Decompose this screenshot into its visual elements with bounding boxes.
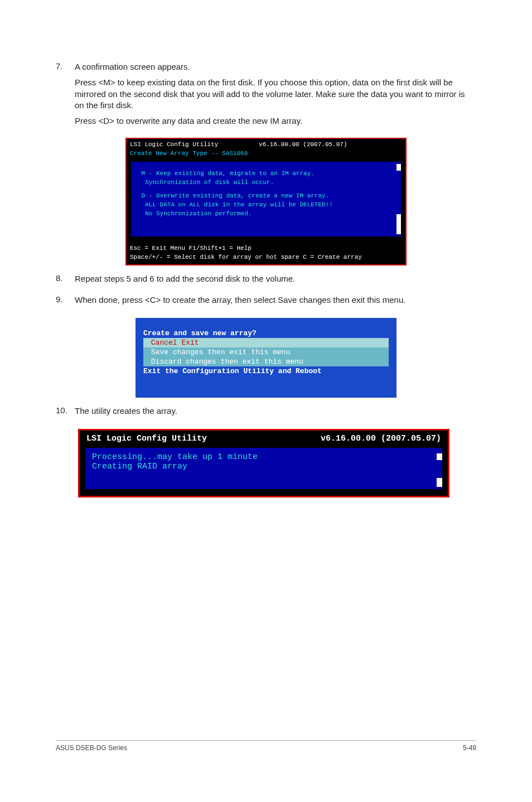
step-number: 9. [56, 294, 75, 310]
step-text: The utility creates the array. [75, 405, 476, 417]
option-m: M - Keep existing data, migrate to an IM… [138, 170, 394, 187]
option-text: Synchronization of disk will occur. [142, 179, 274, 186]
step-number: 8. [56, 273, 75, 289]
option-text: No Synchronization performed. [142, 210, 252, 217]
terminal-title: LSI Logic Config Utility v6.16.00.00 (20… [80, 431, 448, 447]
step-number: 7. [56, 61, 75, 131]
footer-page-number: 5-49 [463, 744, 476, 752]
menu-exit: Exit the Configuration Utility and Reboo… [143, 367, 389, 375]
processing-line: Processing...may take up 1 minute [92, 452, 436, 462]
scrollbar-indicator [437, 453, 442, 460]
step-paragraph: Press <M> to keep existing data on the f… [75, 77, 476, 111]
step-body: Repeat steps 5 and 6 to add the second d… [75, 273, 476, 289]
page-footer: ASUS DSEB-DG Series 5-49 [56, 740, 476, 752]
menu-item-label: Save changes then exit this menu [151, 348, 291, 356]
step-title: A confirmation screen appears. [75, 61, 476, 73]
option-text: - Overwrite existing data, create a new … [145, 192, 329, 199]
option-text: ALL DATA on ALL disk in the array will b… [142, 201, 333, 208]
step-paragraph: Press <D> to overwrite any data and crea… [75, 115, 476, 127]
menu-item-discard: Discard changes then exit this menu [143, 357, 389, 366]
terminal-screenshot-1: LSI Logic Config Utility v6.16.00.00 (20… [125, 138, 407, 265]
scrollbar-indicator [437, 478, 442, 487]
terminal-footer-line: Space/+/- = Select disk for array or hot… [130, 254, 362, 260]
terminal-footer-line: Esc = Exit Menu F1/Shift+1 = Help [130, 245, 252, 252]
menu-screenshot: Create and save new array? Cancel Exit S… [136, 318, 396, 398]
step-body: A confirmation screen appears. Press <M>… [75, 61, 476, 131]
step-body: When done, press <C> to create the array… [75, 294, 476, 310]
menu-title: Create and save new array? [143, 329, 389, 337]
terminal-footer: Esc = Exit Menu F1/Shift+1 = Help Space/… [127, 242, 405, 264]
terminal-title-left: LSI Logic Config Utility [130, 141, 218, 148]
step-number: 10. [56, 405, 75, 421]
terminal-version: v6.16.00.00 (2007.05.07) [321, 434, 441, 443]
step-body: The utility creates the array. [75, 405, 476, 421]
scrollbar-indicator [396, 164, 401, 171]
menu-item-label: Cancel Exit [151, 339, 199, 347]
scrollbar-indicator [396, 214, 401, 234]
terminal-subtitle: Create New Array Type -- SAS1068 [127, 149, 405, 162]
step-text: Repeat steps 5 and 6 to add the second d… [75, 273, 476, 284]
terminal-body: M - Keep existing data, migrate to an IM… [131, 162, 401, 236]
menu-item-cancel: Cancel Exit [143, 338, 389, 347]
menu-item-label: Discard changes then exit this menu [151, 357, 303, 366]
menu-list: Cancel Exit Save changes then exit this … [143, 338, 389, 366]
terminal-title: LSI Logic Config Utility v6.16.00.00 (20… [127, 139, 405, 149]
terminal-version: v6.16.00.00 (2007.05.07) [259, 141, 347, 148]
terminal-screenshot-2: LSI Logic Config Utility v6.16.00.00 (20… [78, 429, 449, 497]
step-text: When done, press <C> to create the array… [75, 294, 476, 306]
terminal-title-left: LSI Logic Config Utility [86, 434, 207, 443]
menu-item-save: Save changes then exit this menu [143, 347, 389, 357]
processing-line: Creating RAID array [92, 462, 436, 471]
option-d: D - Overwrite existing data, create a ne… [138, 192, 394, 219]
terminal-body: Processing...may take up 1 minute Creati… [85, 448, 442, 489]
option-text: - Keep existing data, migrate to an IM a… [145, 170, 315, 177]
footer-left: ASUS DSEB-DG Series [56, 744, 127, 752]
